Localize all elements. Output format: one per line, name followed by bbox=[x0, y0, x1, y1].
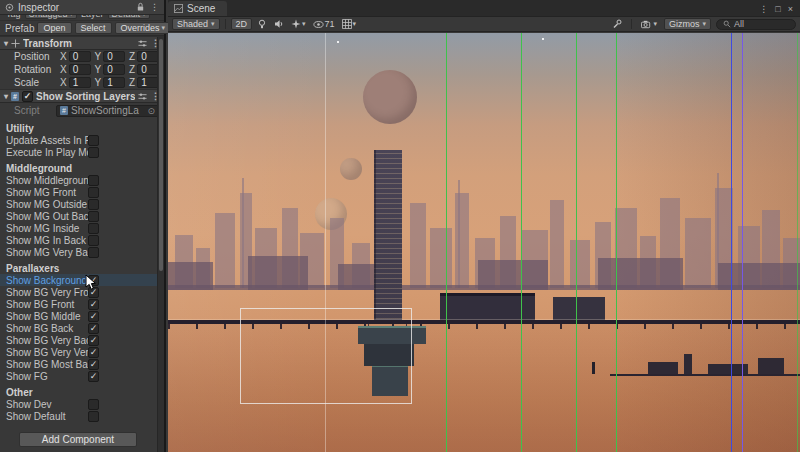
transform-header[interactable]: ▾ Transform ⋮ bbox=[0, 36, 164, 50]
foldout-icon[interactable]: ▾ bbox=[4, 92, 8, 101]
gizmos-dropdown[interactable]: Gizmos▾ bbox=[664, 18, 711, 30]
skyline-tower bbox=[248, 256, 308, 290]
guide-line bbox=[521, 33, 522, 452]
grid-dropdown[interactable]: ▾ bbox=[340, 18, 359, 30]
row-label: Scale bbox=[14, 77, 56, 88]
guide-line bbox=[742, 33, 743, 452]
checkbox[interactable]: ✓ bbox=[88, 323, 99, 334]
presets-icon[interactable] bbox=[138, 39, 147, 48]
checkbox[interactable] bbox=[88, 147, 99, 158]
panel-menu-icon[interactable]: ⋮ bbox=[150, 2, 159, 12]
axis-label[interactable]: Y bbox=[95, 51, 102, 62]
axis-label[interactable]: Y bbox=[95, 77, 102, 88]
position-y-field[interactable]: 0 bbox=[103, 51, 125, 62]
scene-visibility-toggle[interactable]: 71 bbox=[311, 18, 337, 30]
scene-search-field[interactable]: All bbox=[716, 19, 796, 30]
position-z-field[interactable]: 0 bbox=[137, 51, 159, 62]
checkbox[interactable] bbox=[88, 175, 99, 186]
axis-label[interactable]: Y bbox=[95, 64, 102, 75]
axis-label[interactable]: Z bbox=[129, 77, 135, 88]
scene-toolbar: Shaded▾ 2D ▾ 71 ▾ ▾ Gizmos▾ All bbox=[168, 17, 800, 32]
checkbox[interactable] bbox=[88, 235, 99, 246]
property-row: Show Background✓ bbox=[0, 274, 164, 286]
checkbox[interactable] bbox=[88, 199, 99, 210]
checkbox[interactable]: ✓ bbox=[88, 347, 99, 358]
moon bbox=[340, 158, 362, 180]
object-picker-icon[interactable]: ⊙ bbox=[147, 106, 155, 116]
close-icon[interactable]: × bbox=[788, 4, 793, 14]
checkbox[interactable]: ✓ bbox=[88, 335, 99, 346]
checkbox[interactable] bbox=[88, 187, 99, 198]
prefab-overrides-dropdown[interactable]: Overrides▾ bbox=[115, 22, 172, 34]
checkbox[interactable]: ✓ bbox=[88, 359, 99, 370]
row-label: Position bbox=[14, 51, 56, 62]
property-row: Show BG Most Back✓ bbox=[0, 358, 164, 370]
scrollbar-thumb[interactable] bbox=[159, 39, 163, 271]
character-sprite bbox=[592, 362, 595, 374]
property-label: Show Dev bbox=[6, 399, 88, 410]
camera-dropdown[interactable]: ▾ bbox=[639, 18, 659, 30]
axis-label[interactable]: Z bbox=[129, 51, 135, 62]
checkbox[interactable]: ✓ bbox=[88, 371, 99, 382]
platform-block bbox=[684, 354, 692, 374]
lighting-toggle[interactable] bbox=[255, 18, 269, 30]
city-tower-building bbox=[374, 150, 402, 324]
effects-dropdown[interactable]: ▾ bbox=[289, 18, 308, 30]
property-row: Execute In Play Mode bbox=[0, 146, 164, 158]
prefab-select-button[interactable]: Select bbox=[75, 22, 112, 34]
transform-row: PositionX0Y0Z0 bbox=[0, 50, 164, 63]
layer-dropdown[interactable]: Default▾ bbox=[108, 15, 150, 19]
axis-label[interactable]: X bbox=[60, 77, 67, 88]
scene-tools-toggle[interactable] bbox=[610, 18, 624, 30]
checkbox[interactable]: ✓ bbox=[88, 299, 99, 310]
presets-icon[interactable] bbox=[138, 92, 147, 101]
rotation-x-field[interactable]: 0 bbox=[69, 64, 91, 75]
scale-z-field[interactable]: 1 bbox=[137, 77, 159, 88]
skyline-tower bbox=[242, 178, 244, 288]
row-label: Rotation bbox=[14, 64, 56, 75]
checkbox[interactable] bbox=[88, 411, 99, 422]
checkbox[interactable] bbox=[88, 211, 99, 222]
rotation-z-field[interactable]: 0 bbox=[137, 64, 159, 75]
panel-menu-icon[interactable]: ⋮ bbox=[759, 4, 768, 14]
script-object-field[interactable]: # ShowSortingLa ⊙ bbox=[56, 105, 159, 117]
tag-dropdown[interactable]: Untagged▾ bbox=[25, 15, 78, 19]
prefab-row: Prefab Open Select Overrides▾ bbox=[0, 21, 164, 36]
checkbox[interactable] bbox=[88, 135, 99, 146]
property-label: Show Middleground bbox=[6, 175, 88, 186]
script-sections: UtilityUpdate Assets In ReExecute In Pla… bbox=[0, 123, 164, 422]
checkbox[interactable] bbox=[88, 247, 99, 258]
prefab-open-button[interactable]: Open bbox=[37, 22, 71, 34]
platform-block bbox=[648, 362, 678, 374]
toolbar-divider bbox=[225, 19, 226, 29]
skyline-tower bbox=[598, 258, 683, 290]
skyline-tower bbox=[168, 262, 213, 290]
property-row: Show MG Outside bbox=[0, 198, 164, 210]
component-enabled-checkbox[interactable]: ✓ bbox=[22, 91, 33, 102]
foldout-icon[interactable]: ▾ bbox=[4, 39, 8, 48]
scene-viewport[interactable] bbox=[168, 33, 800, 452]
inspector-scrollbar[interactable] bbox=[157, 37, 164, 452]
property-row: Show Middleground bbox=[0, 174, 164, 186]
axis-label[interactable]: X bbox=[60, 64, 67, 75]
lock-icon[interactable] bbox=[136, 2, 145, 12]
axis-label[interactable]: Z bbox=[129, 64, 135, 75]
rotation-y-field[interactable]: 0 bbox=[103, 64, 125, 75]
scale-x-field[interactable]: 1 bbox=[69, 77, 91, 88]
maximize-icon[interactable]: □ bbox=[775, 4, 780, 14]
tab-scene[interactable]: Scene bbox=[168, 1, 227, 16]
checkbox[interactable]: ✓ bbox=[88, 311, 99, 322]
property-row: Show BG Front✓ bbox=[0, 298, 164, 310]
axis-label[interactable]: X bbox=[60, 51, 67, 62]
scale-y-field[interactable]: 1 bbox=[103, 77, 125, 88]
position-x-field[interactable]: 0 bbox=[69, 51, 91, 62]
shading-mode-dropdown[interactable]: Shaded▾ bbox=[172, 18, 220, 30]
skyline-tower bbox=[550, 200, 564, 288]
script-component-header[interactable]: ▾ # ✓ Show Sorting Layers (S ⋮ bbox=[0, 89, 164, 103]
moon bbox=[363, 70, 417, 124]
audio-toggle[interactable] bbox=[272, 18, 286, 30]
add-component-button[interactable]: Add Component bbox=[19, 432, 137, 447]
checkbox[interactable] bbox=[88, 223, 99, 234]
checkbox[interactable] bbox=[88, 399, 99, 410]
2d-toggle[interactable]: 2D bbox=[231, 18, 253, 30]
